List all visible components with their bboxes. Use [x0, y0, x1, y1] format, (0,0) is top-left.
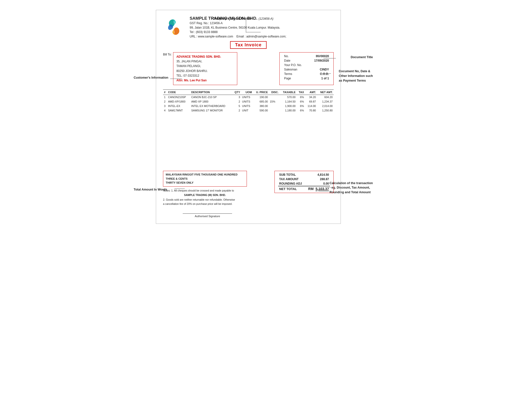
table-cell-disc	[269, 95, 279, 100]
table-cell-qty: 2	[232, 108, 241, 113]
net-total-label: NET TOTAL	[278, 186, 305, 191]
items-header-row: # CODE DESCRIPTION QTY UOM U. PRICE DISC…	[163, 90, 334, 95]
table-cell-description: INTEL EX MOTHERBOARD	[190, 104, 232, 108]
notes-section: Notes: 1. All cheques should be crossed …	[163, 189, 247, 206]
subtotal-value: 4,814.50	[305, 173, 330, 177]
doc-info-row-page: Page 1 of 1	[283, 76, 330, 81]
doc-salesman-value: CINDY	[309, 67, 330, 72]
invoice-box: SAMPLE TRADING (M) SDN. BHD. (123456-A) …	[156, 10, 341, 224]
table-cell-num: 2	[163, 99, 167, 104]
bill-to-wrapper: Bill To: ADVANCE TRADING SDN. BHD. 35, J…	[163, 52, 237, 85]
totals-box: SUB TOTAL 4,814.50 TAX AMOUNT 288.87 ROU…	[274, 171, 334, 193]
doc-date-value: 17/09/2020	[309, 58, 330, 63]
header-section: SAMPLE TRADING (M) SDN. BHD. (123456-A) …	[163, 16, 334, 39]
table-cell-taxable: 1,900.00	[280, 104, 297, 108]
col-description: DESCRIPTION	[190, 90, 232, 95]
items-tbody: 1CANON210SPCANON BJC-210 SP3UNITS190.005…	[163, 95, 334, 113]
table-cell-description: CANON BJC-210 SP	[190, 95, 232, 100]
bill-to-company: ADVANCE TRADING SDN. BHD.	[176, 54, 234, 59]
rounding-label: ROUNDING ADJ	[278, 181, 305, 186]
table-cell-amt: 114.00	[305, 104, 317, 108]
totals-table: SUB TOTAL 4,814.50 TAX AMOUNT 288.87 ROU…	[278, 173, 330, 191]
col-uprice: U. PRICE	[253, 90, 269, 95]
col-code: CODE	[167, 90, 190, 95]
bottom-section: MALAYSIAN RINGGIT FIVE THOUSAND ONE HUND…	[163, 171, 334, 218]
doc-title-wrapper: Tax Invoice	[163, 41, 334, 49]
table-row: 1CANON210SPCANON BJC-210 SP3UNITS190.005…	[163, 95, 334, 100]
table-cell-uprice: 590.00	[253, 108, 269, 113]
col-num: #	[163, 90, 167, 95]
items-section: # CODE DESCRIPTION QTY UOM U. PRICE DISC…	[163, 89, 334, 168]
signature-section: Authorised Signature	[163, 213, 247, 218]
doc-terms-value: C.O.D.	[309, 72, 330, 76]
annotation-doc-title: Document Title	[351, 55, 373, 59]
amount-words-text: MALAYSIAN RINGGIT FIVE THOUSAND ONE HUND…	[166, 173, 237, 184]
col-net-amt: NET AMT.	[317, 90, 334, 95]
doc-info-table: No. INV00020 Date 17/09/2020 Your P.O. N…	[283, 54, 330, 81]
table-cell-tax: 6%	[297, 104, 305, 108]
table-cell-description: AMD XP 1800	[190, 99, 232, 104]
bill-info-row: Bill To: ADVANCE TRADING SDN. BHD. 35, J…	[163, 52, 334, 85]
table-cell-code: INTEL-EX	[167, 104, 190, 108]
company-gst: GST Reg. No.: 123456-A	[190, 21, 334, 25]
doc-info-row-no: No. INV00020	[283, 54, 330, 58]
table-cell-code: SAM17MNT	[167, 108, 190, 113]
doc-info-box: No. INV00020 Date 17/09/2020 Your P.O. N…	[279, 52, 334, 85]
company-tel: Tel : (603) 9133 8888	[190, 30, 334, 34]
table-cell-amt: 34.20	[305, 95, 317, 100]
table-cell-tax: 6%	[297, 99, 305, 104]
table-cell-amt: 69.87	[305, 99, 317, 104]
table-cell-uprice: 685.00	[253, 99, 269, 104]
table-row: 3INTEL-EXINTEL EX MOTHERBOARD5UNITS380.0…	[163, 104, 334, 108]
signature-label: Authorised Signature	[168, 215, 247, 218]
table-row: 2AMD-XP/1800AMD XP 18002UNITS685.0015%1,…	[163, 99, 334, 104]
bill-to-addr3: 80250 JOHOR BAHRU.	[176, 69, 234, 73]
doc-title: Tax Invoice	[230, 41, 267, 49]
table-cell-net_amt: 1,250.80	[317, 108, 334, 113]
annotation-doc-no: Document No, Date &Other Information suc…	[339, 69, 373, 83]
table-cell-amt: 70.80	[305, 108, 317, 113]
col-uom: UOM	[241, 90, 253, 95]
col-qty: QTY	[232, 90, 241, 95]
bill-to-addr1: 35, JALAN PINGAI,	[176, 59, 234, 64]
doc-no-label: No.	[283, 54, 309, 58]
table-cell-qty: 5	[232, 104, 241, 108]
table-cell-uom: UNITS	[241, 104, 253, 108]
table-cell-taxable: 1,180.00	[280, 108, 297, 113]
amount-words-box: MALAYSIAN RINGGIT FIVE THOUSAND ONE HUND…	[163, 171, 247, 187]
doc-po-value	[309, 63, 330, 67]
table-cell-net_amt: 2,014.00	[317, 104, 334, 108]
tax-amount-row: TAX AMOUNT 288.87	[278, 177, 330, 181]
doc-info-row-salesman: Salesman CINDY	[283, 67, 330, 72]
table-cell-taxable: 570.00	[280, 95, 297, 100]
table-row: 4SAM17MNTSAMSUNG 17' MONITOR2UNIT590.001…	[163, 108, 334, 113]
doc-page-label: Page	[283, 76, 309, 81]
signature-line	[183, 213, 232, 214]
notes-note2: 2. Goods sold are neither returnable nor…	[163, 198, 247, 206]
company-logo-icon	[164, 17, 184, 37]
table-cell-tax: 6%	[297, 95, 305, 100]
table-cell-disc	[269, 104, 279, 108]
table-cell-qty: 3	[232, 95, 241, 100]
company-name: SAMPLE TRADING (M) SDN. BHD. (123456-A)	[190, 16, 334, 21]
tax-amount-label: TAX AMOUNT	[278, 177, 305, 181]
rounding-value: 0.00	[305, 181, 330, 186]
table-cell-uprice: 190.00	[253, 95, 269, 100]
doc-po-label: Your P.O. No.	[283, 63, 309, 67]
table-cell-tax: 6%	[297, 108, 305, 113]
bill-to-prefix: Bill To:	[163, 52, 172, 56]
doc-terms-label: Terms	[283, 72, 309, 76]
subtotal-label: SUB TOTAL	[278, 173, 305, 177]
table-cell-disc: 15%	[269, 99, 279, 104]
table-cell-qty: 2	[232, 99, 241, 104]
table-cell-uprice: 380.00	[253, 104, 269, 108]
doc-date-label: Date	[283, 58, 309, 63]
bottom-left: MALAYSIAN RINGGIT FIVE THOUSAND ONE HUND…	[163, 171, 247, 218]
table-cell-net_amt: 604.20	[317, 95, 334, 100]
table-cell-uom: UNIT	[241, 108, 253, 113]
company-details: SAMPLE TRADING (M) SDN. BHD. (123456-A) …	[190, 16, 334, 39]
items-table: # CODE DESCRIPTION QTY UOM U. PRICE DISC…	[163, 89, 334, 113]
bill-to-attn: Attn: Ms. Lee Pui San	[176, 78, 234, 83]
table-cell-num: 1	[163, 95, 167, 100]
bill-to-tel: TEL: 07-3323312	[176, 73, 234, 78]
